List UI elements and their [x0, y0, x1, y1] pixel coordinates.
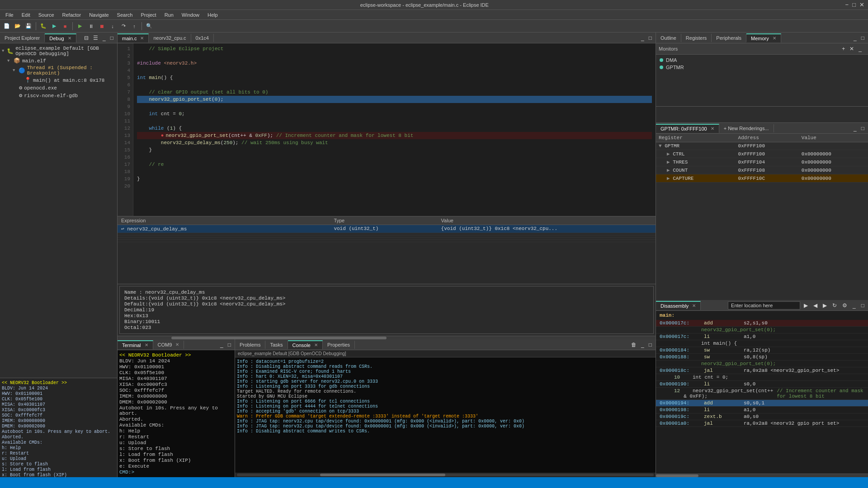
tab-com9[interactable]: COM9 ✕ — [153, 341, 184, 349]
minimize-btn[interactable]: − — [845, 1, 849, 8]
disasm-line-194[interactable]: 0x0000194: add s0,s0,1 — [656, 400, 868, 407]
tab-peripherals[interactable]: Peripherals — [712, 34, 746, 42]
rt-minimize[interactable]: _ — [852, 34, 859, 42]
disasm-line-188[interactable]: 0x0000188: sw s0,8(sp) — [656, 354, 868, 361]
monitors-delete[interactable]: ✕ — [848, 45, 856, 53]
menu-source[interactable]: Source — [35, 11, 58, 19]
close-console[interactable]: ✕ — [314, 343, 318, 347]
editor-maximize-btn[interactable]: □ — [647, 34, 654, 42]
disasm-content[interactable]: main: 0x000017c: add s2,s1,s0 neorv32_gp… — [656, 311, 868, 474]
tab-neorv32-cpu[interactable]: neorv32_cpu.c — [149, 34, 191, 42]
menu-btn[interactable]: ☰ — [91, 34, 100, 42]
console-maximize[interactable]: □ — [647, 341, 654, 349]
disasm-line-1a0[interactable]: 0x00001a0: jal ra,0x2a8 <neorv32 gpio po… — [656, 420, 868, 427]
close-disassembly[interactable]: ✕ — [692, 303, 696, 308]
search-btn[interactable]: 🔍 — [144, 21, 154, 31]
console-content[interactable]: Info : datacount=1 progbufsize=2 Info : … — [235, 357, 656, 473]
menu-project[interactable]: Project — [137, 11, 160, 19]
save-btn[interactable]: 💾 — [24, 21, 33, 31]
tab-main-c[interactable]: main.c ✕ — [118, 33, 149, 42]
new-btn[interactable]: 📄 — [2, 21, 12, 31]
monitor-gptmr[interactable]: GPTMR — [658, 64, 866, 71]
reg-row-count[interactable]: ▶ COUNT 0xFFFF108 0x00000000 — [656, 166, 868, 174]
stop-btn[interactable]: ■ — [60, 21, 70, 31]
disasm-line-17c-li[interactable]: 0x000017c: li a1,0 — [656, 333, 868, 340]
tab-console[interactable]: Console ✕ — [288, 340, 323, 349]
console-clear[interactable]: 🗑 — [629, 341, 638, 349]
tree-item-project[interactable]: ▼ 🐛 eclipse_example Default [GDB OpenOCD… — [2, 45, 115, 57]
tree-item-gdb[interactable]: ⚙ riscv-none-elf-gdb — [2, 92, 115, 99]
monitor-dma[interactable]: DMA — [658, 56, 866, 64]
tab-tasks[interactable]: Tasks — [265, 341, 288, 349]
tree-item-thread[interactable]: ▼ 🔵 Thread #1 (Suspended : Breakpoint) — [2, 65, 115, 76]
tab-project-explorer[interactable]: Project Explorer — [0, 34, 45, 42]
step-return-btn[interactable]: ↑ — [129, 21, 139, 31]
disasm-line-184[interactable]: 0x0000184: sw ra,12(sp) — [656, 347, 868, 354]
terminal-maximize[interactable]: □ — [226, 341, 233, 349]
menu-window[interactable]: Window — [178, 11, 203, 19]
console-minimize[interactable]: _ — [639, 341, 646, 349]
memory-minimize[interactable]: _ — [852, 124, 859, 132]
reg-row-ctrl[interactable]: ▶ CTRL 0xFFFF100 0x00000000 — [656, 150, 868, 158]
close-gptmr[interactable]: ✕ — [711, 126, 714, 131]
debug-btn[interactable]: 🐛 — [38, 21, 48, 31]
resume-btn[interactable]: ▶ — [75, 21, 85, 31]
terminal-minimize[interactable]: _ — [218, 341, 225, 349]
monitors-add[interactable]: + — [840, 45, 847, 53]
tab-problems[interactable]: Problems — [235, 341, 265, 349]
collapse-all-btn[interactable]: ⊟ — [82, 34, 90, 42]
tab-properties[interactable]: Properties — [323, 341, 355, 349]
open-btn[interactable]: 📂 — [13, 21, 23, 31]
tree-item-elf[interactable]: ▼ 📦 main.elf — [2, 57, 115, 65]
reg-row-capture[interactable]: ▶ CAPTURE 0xFFFF10C 0x00000000 — [656, 174, 868, 183]
close-main-c[interactable]: ✕ — [140, 36, 144, 41]
monitors-minimize[interactable]: _ — [857, 45, 863, 53]
close-com9[interactable]: ✕ — [175, 342, 179, 347]
tab-terminal[interactable]: Terminal ✕ — [118, 340, 153, 349]
rt-maximize[interactable]: □ — [859, 34, 866, 42]
minimize-panel-btn[interactable]: _ — [101, 34, 108, 42]
reg-row-gptmr[interactable]: ▼ GPTMR 0xFFFF100 — [656, 142, 868, 150]
menu-help[interactable]: Help — [204, 11, 222, 19]
close-debug-tab[interactable]: ✕ — [68, 36, 71, 41]
step-into-btn[interactable]: ↓ — [108, 21, 118, 31]
tab-0x1c4[interactable]: 0x1c4 — [191, 34, 214, 42]
code-area[interactable]: // Simple Eclipse project #include <neor… — [133, 43, 656, 216]
disasm-line-19c[interactable]: 0x000019c: zext.b a0,s0 — [656, 413, 868, 420]
window-controls[interactable]: − □ ✕ — [845, 1, 864, 8]
menu-refactor[interactable]: Refactor — [59, 11, 85, 19]
terminal-content[interactable]: << NEORV32 Bootloader >> BLDV: Jun 14 20… — [118, 350, 235, 477]
disasm-minimize[interactable]: _ — [851, 301, 858, 310]
disasm-sync-btn[interactable]: ↻ — [830, 301, 839, 310]
maximize-panel-btn[interactable]: □ — [108, 34, 115, 42]
close-btn[interactable]: ✕ — [859, 1, 864, 8]
tab-new-renderings[interactable]: + New Renderings... — [719, 124, 774, 132]
close-memory[interactable]: ✕ — [773, 36, 776, 41]
disasm-settings-btn[interactable]: ⚙ — [840, 301, 849, 310]
disasm-scrollbar-h[interactable] — [656, 474, 868, 477]
menu-navigate[interactable]: Navigate — [85, 11, 112, 19]
memory-maximize[interactable]: □ — [859, 124, 866, 132]
tab-disassembly[interactable]: Disassembly ✕ — [656, 301, 701, 310]
tree-item-main[interactable]: 📍 main() at main.c:8 0x178 — [2, 76, 115, 84]
disasm-location-input[interactable] — [728, 301, 800, 310]
tree-item-openocd[interactable]: ⚙ openocd.exe — [2, 84, 115, 92]
step-over-btn[interactable]: ↷ — [118, 21, 128, 31]
maximize-btn[interactable]: □ — [852, 1, 856, 8]
disasm-back-btn[interactable]: ◀ — [811, 301, 819, 310]
disasm-maximize[interactable]: □ — [859, 301, 866, 310]
menu-run[interactable]: Run — [161, 11, 177, 19]
tab-outline[interactable]: Outline — [656, 34, 681, 42]
editor-minimize-btn[interactable]: _ — [639, 34, 646, 42]
tab-registers[interactable]: Registers — [681, 34, 712, 42]
terminate-btn[interactable]: ⏹ — [97, 21, 107, 31]
console-scrollbar-thumb[interactable] — [320, 474, 445, 476]
run-btn[interactable]: ▶ — [49, 21, 59, 31]
disasm-scrollbar-thumb[interactable] — [656, 474, 698, 477]
menu-edit[interactable]: Edit — [18, 11, 34, 19]
tab-debug[interactable]: Debug ✕ — [45, 33, 76, 42]
tab-gptmr[interactable]: GPTMR: 0xFFFF100 ✕ — [656, 124, 719, 133]
disasm-go-btn[interactable]: ▶ — [802, 301, 810, 310]
disasm-line-190[interactable]: 0x0000190: li s0,0 — [656, 381, 868, 388]
reg-row-thres[interactable]: ▶ THRES 0xFFFF104 0x00000000 — [656, 158, 868, 166]
